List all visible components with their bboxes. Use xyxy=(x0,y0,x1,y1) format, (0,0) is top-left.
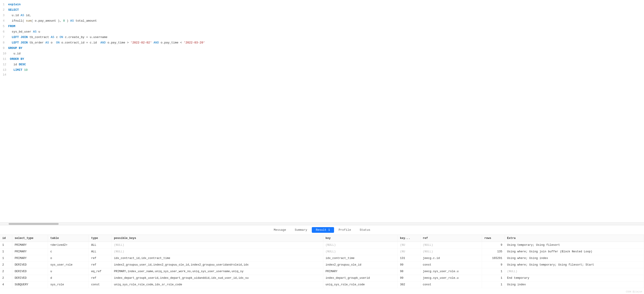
cell-rows: 135 xyxy=(482,248,505,255)
column-header-table[interactable]: table xyxy=(48,235,89,242)
line-number: 7 xyxy=(0,36,8,39)
results-table: idselect_typetabletypepossible_keyskeyke… xyxy=(0,235,644,288)
cell-table: sys_user_role xyxy=(48,262,89,268)
cell-id: 2 xyxy=(0,268,12,275)
cell-key: PRIMARY xyxy=(323,268,398,275)
cell-key_len: 99 xyxy=(398,275,420,281)
cell-extra: (NULL) xyxy=(505,268,644,275)
column-header-key[interactable]: key xyxy=(323,235,398,242)
cell-rows: 1 xyxy=(482,275,505,281)
cell-key: (NULL) xyxy=(323,242,398,248)
cell-key: index2_groupuu_ole_id xyxy=(323,262,398,268)
code-line: 2SELECT xyxy=(0,7,644,13)
code-line: 10 u.id xyxy=(0,51,644,56)
line-content: LIMIT 10 xyxy=(10,68,644,73)
code-line: 3 u.id AS id, xyxy=(0,13,644,18)
line-number: 12 xyxy=(0,63,10,66)
cell-id: 1 xyxy=(0,242,12,248)
cell-extra: Using where; Using index xyxy=(505,255,644,262)
cell-extra: Using where; Using join buffer (Block Ne… xyxy=(505,248,644,255)
line-number: 5 xyxy=(0,25,8,28)
line-content: id DESC xyxy=(10,62,644,67)
line-number: 1 xyxy=(0,3,8,6)
line-content: LEFT JOIN tb_order AS o ON o.contract_id… xyxy=(8,40,644,45)
results-table-area[interactable]: idselect_typetabletypepossible_keyskeyke… xyxy=(0,235,644,294)
line-content: u.id xyxy=(10,51,644,56)
cell-type: const xyxy=(89,281,112,288)
cell-type: ref xyxy=(89,255,112,262)
table-row: 2DERIVEDueq_refPRIMARY,index_user_name,u… xyxy=(0,268,644,275)
cell-id: 2 xyxy=(0,275,12,281)
horizontal-scrollbar[interactable] xyxy=(0,223,644,225)
column-header-possible_keys[interactable]: possible_keys xyxy=(112,235,323,242)
column-header-select_type[interactable]: select_type xyxy=(12,235,48,242)
cell-key_len: 99 xyxy=(398,262,420,268)
line-number: 4 xyxy=(0,19,8,23)
cell-select_type: DERIVED xyxy=(12,262,48,268)
column-header-rows[interactable]: rows xyxy=(482,235,505,242)
result-tabs: MessageSummaryResult 1ProfileStatus xyxy=(0,225,644,235)
cell-key_len: 302 xyxy=(398,281,420,288)
cell-table: u xyxy=(48,268,89,275)
cell-extra: Using where; Using temporary; Using file… xyxy=(505,262,644,268)
code-line: 12 id DESC xyxy=(0,62,644,67)
line-content: GROUP BY xyxy=(8,46,644,51)
cell-key: index_depart_groupk_userid xyxy=(323,275,398,281)
table-row: 1PRIMARYcALL(NULL)(NULL)(NU(NULL)135Usin… xyxy=(0,248,644,255)
cell-possible_keys: (NULL) xyxy=(112,242,323,248)
scrollbar-thumb[interactable] xyxy=(9,223,59,225)
tab-message[interactable]: Message xyxy=(270,227,290,233)
cell-possible_keys: (NULL) xyxy=(112,248,323,255)
cell-possible_keys: uniq_sys_role_role_code,idx_sr_role_code xyxy=(112,281,323,288)
cell-id: 1 xyxy=(0,255,12,262)
cell-select_type: DERIVED xyxy=(12,268,48,275)
column-header-extra[interactable]: Extra xyxy=(505,235,644,242)
cell-key: idx_contract_time xyxy=(323,255,398,262)
code-line: 8 LEFT JOIN tb_order AS o ON o.contract_… xyxy=(0,40,644,46)
tab-result1[interactable]: Result 1 xyxy=(312,227,334,233)
line-number: 8 xyxy=(0,41,8,44)
cell-type: ref xyxy=(89,262,112,268)
tab-profile[interactable]: Profile xyxy=(334,227,355,233)
cell-ref: const xyxy=(420,281,482,288)
code-line: 7 LEFT JOIN tb_contract AS c ON c.create… xyxy=(0,35,644,40)
cell-ref: jeecg.sys_user_role.u xyxy=(420,275,482,281)
tab-summary[interactable]: Summary xyxy=(291,227,311,233)
cell-select_type: DERIVED xyxy=(12,275,48,281)
cell-id: 1 xyxy=(0,248,12,255)
cell-key_len: 98 xyxy=(398,268,420,275)
code-line: 5FROM xyxy=(0,24,644,29)
code-line: 13 LIMIT 10 xyxy=(0,67,644,73)
line-content: SELECT xyxy=(8,8,644,13)
line-content: explain xyxy=(8,2,644,7)
column-header-ref[interactable]: ref xyxy=(420,235,482,242)
column-header-key_len[interactable]: key... xyxy=(398,235,420,242)
code-line: 11ORDER BY xyxy=(0,56,644,62)
line-content: ORDER BY xyxy=(10,57,644,62)
cell-key_len: (NU xyxy=(398,242,420,248)
cell-select_type: PRIMARY xyxy=(12,242,48,248)
line-number: 11 xyxy=(0,57,10,61)
cell-rows: 1 xyxy=(482,281,505,288)
line-content: FROM xyxy=(8,24,644,29)
line-number: 6 xyxy=(0,30,8,34)
cell-id: 2 xyxy=(0,262,12,268)
line-content: LEFT JOIN tb_contract AS c ON c.create_b… xyxy=(8,35,644,40)
tab-status[interactable]: Status xyxy=(356,227,374,233)
cell-possible_keys: index_depart_groupk_userid,index_depart_… xyxy=(112,275,323,281)
cell-id: 4 xyxy=(0,281,12,288)
column-header-type[interactable]: type xyxy=(89,235,112,242)
cell-type: ALL xyxy=(89,242,112,248)
table-row: 1PRIMARY<derived2>ALL(NULL)(NULL)(NU(NUL… xyxy=(0,242,644,248)
sql-editor[interactable]: 1explain2SELECT3 u.id AS id,4 ifnull( su… xyxy=(0,0,644,223)
cell-select_type: PRIMARY xyxy=(12,248,48,255)
column-header-id[interactable]: id xyxy=(0,235,12,242)
cell-key_len: (NU xyxy=(398,248,420,255)
cell-rows: 165291 xyxy=(482,255,505,262)
cell-possible_keys: index2_groupuu_user_id,index2_groupuu_ol… xyxy=(112,262,323,268)
line-content: sys_bd_user AS u xyxy=(8,29,644,34)
table-row: 2DERIVEDdrefindex_depart_groupk_userid,i… xyxy=(0,275,644,281)
watermark: CSDN @jiajun xyxy=(626,290,642,293)
line-number: 14 xyxy=(0,73,10,76)
table-row: 4SUBQUERYsys_roleconstuniq_sys_role_role… xyxy=(0,281,644,288)
